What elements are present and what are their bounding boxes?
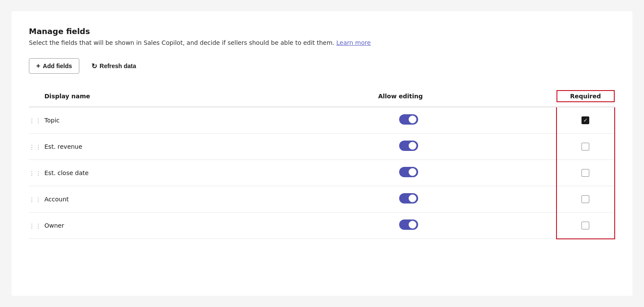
required-cell xyxy=(556,160,615,186)
required-cell xyxy=(556,134,615,160)
toggle-slider xyxy=(399,219,418,230)
toggle-switch[interactable] xyxy=(399,193,418,204)
col-required-header: Required xyxy=(556,86,615,107)
toggle-slider xyxy=(399,193,418,204)
page-description: Select the fields that will be shown in … xyxy=(29,39,615,46)
required-header-box: Required xyxy=(556,90,615,102)
toggle-switch[interactable] xyxy=(399,219,418,230)
refresh-icon: ↻ xyxy=(91,62,97,70)
field-name: Owner xyxy=(44,213,262,239)
toggle-switch[interactable] xyxy=(399,114,418,125)
learn-more-link[interactable]: Learn more xyxy=(336,39,371,46)
field-name: Account xyxy=(44,186,262,213)
drag-handle-cell: ⋮⋮ xyxy=(29,107,44,134)
toggle-cell xyxy=(262,213,556,239)
add-fields-button[interactable]: + Add fields xyxy=(29,58,79,74)
refresh-data-button[interactable]: ↻ Refresh data xyxy=(84,59,143,74)
field-name: Est. revenue xyxy=(44,134,262,160)
required-cell xyxy=(556,107,615,134)
toggle-slider xyxy=(399,167,418,177)
toggle-slider xyxy=(399,141,418,151)
required-checkbox[interactable] xyxy=(581,222,589,229)
required-checkbox[interactable] xyxy=(581,195,589,203)
col-drag-header xyxy=(29,86,44,107)
toggle-cell xyxy=(262,134,556,160)
description-text: Select the fields that will be shown in … xyxy=(29,39,335,46)
required-checkbox[interactable] xyxy=(581,116,589,124)
drag-handle-cell: ⋮⋮ xyxy=(29,160,44,186)
page-title: Manage fields xyxy=(29,27,615,36)
drag-handle-icon[interactable]: ⋮⋮ xyxy=(29,170,42,177)
drag-handle-cell: ⋮⋮ xyxy=(29,186,44,213)
toggle-slider xyxy=(399,114,418,125)
add-fields-label: Add fields xyxy=(43,63,72,69)
drag-handle-icon[interactable]: ⋮⋮ xyxy=(29,144,42,150)
required-checkbox[interactable] xyxy=(581,169,589,177)
drag-handle-icon[interactable]: ⋮⋮ xyxy=(29,222,42,229)
required-cell xyxy=(556,213,615,239)
toggle-cell xyxy=(262,107,556,134)
fields-table: Display name Allow editing Required ⋮⋮To… xyxy=(29,86,615,239)
toolbar: + Add fields ↻ Refresh data xyxy=(29,58,615,74)
refresh-data-label: Refresh data xyxy=(100,63,136,69)
required-checkbox[interactable] xyxy=(581,143,589,150)
toggle-switch[interactable] xyxy=(399,167,418,177)
drag-handle-icon[interactable]: ⋮⋮ xyxy=(29,117,42,124)
manage-fields-panel: Manage fields Select the fields that wil… xyxy=(12,11,632,296)
drag-handle-cell: ⋮⋮ xyxy=(29,213,44,239)
col-allow-editing-header: Allow editing xyxy=(262,86,556,107)
toggle-switch[interactable] xyxy=(399,141,418,151)
toggle-cell xyxy=(262,186,556,213)
col-display-name-header: Display name xyxy=(44,86,262,107)
drag-handle-icon[interactable]: ⋮⋮ xyxy=(29,196,42,203)
field-name: Topic xyxy=(44,107,262,134)
toggle-cell xyxy=(262,160,556,186)
plus-icon: + xyxy=(36,62,40,70)
field-name: Est. close date xyxy=(44,160,262,186)
drag-handle-cell: ⋮⋮ xyxy=(29,134,44,160)
required-cell xyxy=(556,186,615,213)
